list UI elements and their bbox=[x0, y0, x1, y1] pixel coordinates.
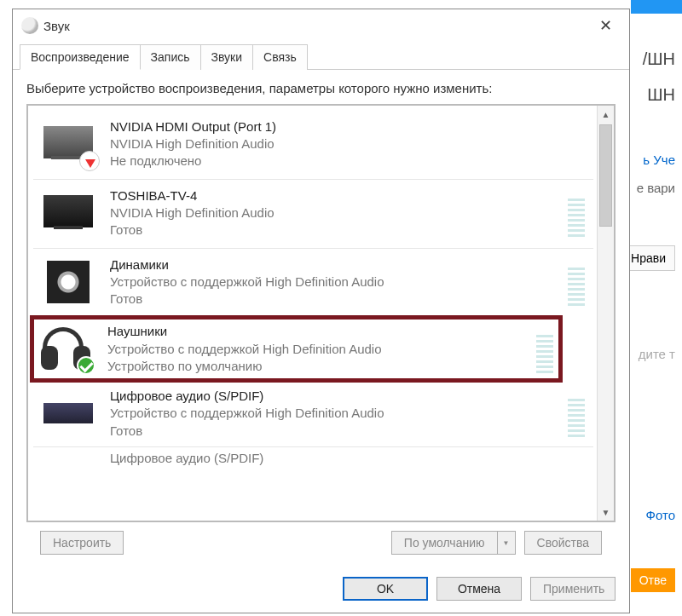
background-blue-bar bbox=[631, 0, 682, 14]
configure-button[interactable]: Настроить bbox=[40, 531, 124, 555]
device-item[interactable]: Цифровое аудио (S/PDIF) Устройство с под… bbox=[33, 383, 593, 445]
device-name: TOSHIBA-TV-4 bbox=[110, 187, 563, 204]
background-text-fragment: е вари bbox=[637, 181, 675, 195]
device-status: Готов bbox=[110, 291, 563, 308]
close-button[interactable]: ✕ bbox=[588, 13, 622, 38]
set-default-button[interactable]: По умолчанию ▼ bbox=[391, 531, 516, 555]
tab-communications[interactable]: Связь bbox=[252, 44, 308, 70]
tabstrip: Воспроизведение Запись Звуки Связь bbox=[13, 43, 629, 70]
background-prompt-fragment: дите т bbox=[639, 347, 675, 361]
monitor-icon bbox=[38, 187, 98, 239]
level-meter bbox=[568, 258, 585, 306]
tab-sounds[interactable]: Звуки bbox=[200, 44, 254, 70]
device-list-container: NVIDIA HDMI Output (Port 1) NVIDIA High … bbox=[26, 104, 616, 522]
background-photo-link[interactable]: Фото bbox=[646, 508, 675, 522]
headphones-icon bbox=[36, 324, 95, 375]
check-default-icon bbox=[77, 356, 95, 375]
level-meter bbox=[536, 325, 553, 373]
device-text: Цифровое аудио (S/PDIF) Устройство с под… bbox=[110, 388, 563, 440]
device-name: Цифровое аудио (S/PDIF) bbox=[110, 388, 563, 405]
dialog-footer: OK Отмена Применить bbox=[13, 561, 629, 613]
device-status: Не подключено bbox=[110, 153, 588, 170]
level-meter bbox=[568, 189, 585, 237]
instructions-text: Выберите устройство воспроизведения, пар… bbox=[26, 80, 616, 97]
device-desc: Устройство с поддержкой High Definition … bbox=[110, 405, 563, 422]
device-desc: Устройство с поддержкой High Definition … bbox=[110, 273, 563, 291]
device-desc: Устройство с поддержкой High Definition … bbox=[107, 341, 531, 358]
apply-button[interactable]: Применить bbox=[530, 577, 616, 601]
close-icon: ✕ bbox=[599, 16, 612, 35]
device-status: Готов bbox=[110, 222, 563, 239]
device-item[interactable]: Динамики Устройство с поддержкой High De… bbox=[33, 249, 593, 315]
scroll-up-icon[interactable]: ▲ bbox=[598, 106, 614, 123]
scrollbar[interactable]: ▲ ▼ bbox=[597, 106, 614, 521]
ok-button[interactable]: OK bbox=[343, 577, 428, 601]
device-name: Динамики bbox=[110, 256, 563, 273]
device-status: Устройство по умолчанию bbox=[107, 358, 531, 375]
monitor-unplugged-icon bbox=[38, 118, 98, 170]
device-desc: NVIDIA High Definition Audio bbox=[110, 135, 588, 153]
set-default-label: По умолчанию bbox=[392, 532, 498, 554]
level-meter bbox=[568, 389, 585, 437]
device-status: Готов bbox=[110, 423, 563, 440]
device-item-highlighted[interactable]: Наушники Устройство с поддержкой High De… bbox=[30, 315, 563, 383]
device-item-partial[interactable]: Цифровое аудио (S/PDIF) bbox=[33, 447, 593, 468]
cancel-button[interactable]: Отмена bbox=[436, 577, 522, 601]
device-name: Цифровое аудио (S/PDIF) bbox=[110, 451, 588, 465]
device-text: TOSHIBA-TV-4 NVIDIA High Definition Audi… bbox=[110, 187, 563, 239]
device-list[interactable]: NVIDIA HDMI Output (Port 1) NVIDIA High … bbox=[28, 106, 597, 521]
speaker-icon bbox=[38, 256, 98, 308]
properties-button[interactable]: Свойства bbox=[524, 531, 602, 555]
arrow-down-icon bbox=[85, 159, 95, 168]
device-name: Наушники bbox=[107, 323, 531, 340]
chevron-down-icon[interactable]: ▼ bbox=[498, 532, 515, 554]
sound-dialog-icon bbox=[21, 17, 38, 34]
sound-dialog: Звук ✕ Воспроизведение Запись Звуки Связ… bbox=[12, 9, 630, 613]
lower-button-row: Настроить По умолчанию ▼ Свойства bbox=[26, 522, 616, 555]
device-item[interactable]: NVIDIA HDMI Output (Port 1) NVIDIA High … bbox=[33, 111, 593, 177]
device-text: NVIDIA HDMI Output (Port 1) NVIDIA High … bbox=[110, 118, 588, 170]
spdif-icon bbox=[38, 388, 98, 439]
scroll-thumb[interactable] bbox=[599, 124, 612, 227]
device-name: NVIDIA HDMI Output (Port 1) bbox=[110, 118, 588, 135]
background-answer-button[interactable]: Отве bbox=[631, 568, 675, 592]
tab-content: Выберите устройство воспроизведения, пар… bbox=[13, 70, 629, 561]
dialog-title: Звук bbox=[38, 19, 588, 33]
device-item[interactable]: TOSHIBA-TV-4 NVIDIA High Definition Audi… bbox=[33, 180, 593, 246]
background-heading-fragment: /ШН bbox=[643, 49, 675, 69]
tab-playback[interactable]: Воспроизведение bbox=[20, 44, 141, 70]
device-text: Наушники Устройство с поддержкой High De… bbox=[107, 323, 531, 375]
tab-recording[interactable]: Запись bbox=[140, 44, 201, 70]
scroll-down-icon[interactable]: ▼ bbox=[598, 504, 614, 521]
device-desc: NVIDIA High Definition Audio bbox=[110, 204, 563, 222]
device-text: Динамики Устройство с поддержкой High De… bbox=[110, 256, 563, 308]
background-link-fragment[interactable]: ь Уче bbox=[643, 153, 675, 167]
background-heading-fragment-2: ШН bbox=[647, 85, 675, 105]
titlebar: Звук ✕ bbox=[13, 9, 629, 42]
